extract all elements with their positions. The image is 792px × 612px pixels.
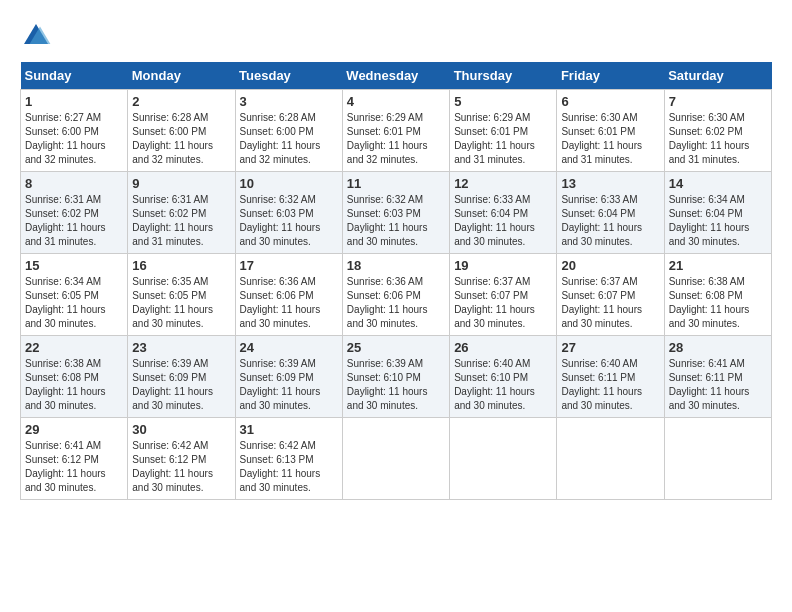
week-row-5: 29 Sunrise: 6:41 AMSunset: 6:12 PMDaylig… — [21, 418, 772, 500]
day-number: 5 — [454, 94, 552, 109]
day-info: Sunrise: 6:39 AMSunset: 6:10 PMDaylight:… — [347, 357, 445, 413]
day-info: Sunrise: 6:37 AMSunset: 6:07 PMDaylight:… — [454, 275, 552, 331]
calendar-cell: 9 Sunrise: 6:31 AMSunset: 6:02 PMDayligh… — [128, 172, 235, 254]
day-info: Sunrise: 6:41 AMSunset: 6:12 PMDaylight:… — [25, 439, 123, 495]
calendar-cell: 14 Sunrise: 6:34 AMSunset: 6:04 PMDaylig… — [664, 172, 771, 254]
day-number: 26 — [454, 340, 552, 355]
day-number: 9 — [132, 176, 230, 191]
day-number: 7 — [669, 94, 767, 109]
day-number: 13 — [561, 176, 659, 191]
day-number: 27 — [561, 340, 659, 355]
day-info: Sunrise: 6:38 AMSunset: 6:08 PMDaylight:… — [669, 275, 767, 331]
calendar-cell: 4 Sunrise: 6:29 AMSunset: 6:01 PMDayligh… — [342, 90, 449, 172]
day-number: 6 — [561, 94, 659, 109]
day-info: Sunrise: 6:38 AMSunset: 6:08 PMDaylight:… — [25, 357, 123, 413]
calendar-cell: 24 Sunrise: 6:39 AMSunset: 6:09 PMDaylig… — [235, 336, 342, 418]
day-number: 2 — [132, 94, 230, 109]
day-number: 17 — [240, 258, 338, 273]
calendar-cell: 11 Sunrise: 6:32 AMSunset: 6:03 PMDaylig… — [342, 172, 449, 254]
weekday-header-monday: Monday — [128, 62, 235, 90]
calendar-cell: 25 Sunrise: 6:39 AMSunset: 6:10 PMDaylig… — [342, 336, 449, 418]
day-info: Sunrise: 6:32 AMSunset: 6:03 PMDaylight:… — [347, 193, 445, 249]
calendar-cell: 20 Sunrise: 6:37 AMSunset: 6:07 PMDaylig… — [557, 254, 664, 336]
calendar-cell: 30 Sunrise: 6:42 AMSunset: 6:12 PMDaylig… — [128, 418, 235, 500]
day-info: Sunrise: 6:37 AMSunset: 6:07 PMDaylight:… — [561, 275, 659, 331]
calendar-cell: 5 Sunrise: 6:29 AMSunset: 6:01 PMDayligh… — [450, 90, 557, 172]
calendar-cell — [664, 418, 771, 500]
calendar-cell: 12 Sunrise: 6:33 AMSunset: 6:04 PMDaylig… — [450, 172, 557, 254]
calendar-cell: 16 Sunrise: 6:35 AMSunset: 6:05 PMDaylig… — [128, 254, 235, 336]
day-info: Sunrise: 6:31 AMSunset: 6:02 PMDaylight:… — [132, 193, 230, 249]
day-number: 30 — [132, 422, 230, 437]
week-row-4: 22 Sunrise: 6:38 AMSunset: 6:08 PMDaylig… — [21, 336, 772, 418]
logo — [20, 20, 56, 52]
day-number: 31 — [240, 422, 338, 437]
weekday-header-friday: Friday — [557, 62, 664, 90]
day-info: Sunrise: 6:40 AMSunset: 6:11 PMDaylight:… — [561, 357, 659, 413]
day-info: Sunrise: 6:27 AMSunset: 6:00 PMDaylight:… — [25, 111, 123, 167]
day-info: Sunrise: 6:33 AMSunset: 6:04 PMDaylight:… — [561, 193, 659, 249]
calendar-cell: 27 Sunrise: 6:40 AMSunset: 6:11 PMDaylig… — [557, 336, 664, 418]
day-number: 25 — [347, 340, 445, 355]
day-info: Sunrise: 6:34 AMSunset: 6:04 PMDaylight:… — [669, 193, 767, 249]
calendar-cell: 23 Sunrise: 6:39 AMSunset: 6:09 PMDaylig… — [128, 336, 235, 418]
day-info: Sunrise: 6:32 AMSunset: 6:03 PMDaylight:… — [240, 193, 338, 249]
calendar-cell: 3 Sunrise: 6:28 AMSunset: 6:00 PMDayligh… — [235, 90, 342, 172]
calendar-cell: 22 Sunrise: 6:38 AMSunset: 6:08 PMDaylig… — [21, 336, 128, 418]
day-number: 29 — [25, 422, 123, 437]
day-info: Sunrise: 6:41 AMSunset: 6:11 PMDaylight:… — [669, 357, 767, 413]
day-info: Sunrise: 6:34 AMSunset: 6:05 PMDaylight:… — [25, 275, 123, 331]
calendar-cell — [557, 418, 664, 500]
page-header — [20, 20, 772, 52]
day-info: Sunrise: 6:28 AMSunset: 6:00 PMDaylight:… — [240, 111, 338, 167]
day-info: Sunrise: 6:42 AMSunset: 6:12 PMDaylight:… — [132, 439, 230, 495]
day-info: Sunrise: 6:28 AMSunset: 6:00 PMDaylight:… — [132, 111, 230, 167]
day-number: 8 — [25, 176, 123, 191]
day-number: 15 — [25, 258, 123, 273]
calendar-cell: 19 Sunrise: 6:37 AMSunset: 6:07 PMDaylig… — [450, 254, 557, 336]
calendar-cell — [342, 418, 449, 500]
day-info: Sunrise: 6:31 AMSunset: 6:02 PMDaylight:… — [25, 193, 123, 249]
calendar-cell: 8 Sunrise: 6:31 AMSunset: 6:02 PMDayligh… — [21, 172, 128, 254]
day-number: 18 — [347, 258, 445, 273]
day-number: 11 — [347, 176, 445, 191]
day-info: Sunrise: 6:30 AMSunset: 6:01 PMDaylight:… — [561, 111, 659, 167]
calendar-cell: 15 Sunrise: 6:34 AMSunset: 6:05 PMDaylig… — [21, 254, 128, 336]
weekday-header-row: SundayMondayTuesdayWednesdayThursdayFrid… — [21, 62, 772, 90]
calendar-cell: 2 Sunrise: 6:28 AMSunset: 6:00 PMDayligh… — [128, 90, 235, 172]
day-info: Sunrise: 6:30 AMSunset: 6:02 PMDaylight:… — [669, 111, 767, 167]
day-number: 16 — [132, 258, 230, 273]
day-number: 21 — [669, 258, 767, 273]
calendar-cell — [450, 418, 557, 500]
day-info: Sunrise: 6:39 AMSunset: 6:09 PMDaylight:… — [240, 357, 338, 413]
day-info: Sunrise: 6:42 AMSunset: 6:13 PMDaylight:… — [240, 439, 338, 495]
weekday-header-saturday: Saturday — [664, 62, 771, 90]
day-info: Sunrise: 6:29 AMSunset: 6:01 PMDaylight:… — [454, 111, 552, 167]
day-info: Sunrise: 6:36 AMSunset: 6:06 PMDaylight:… — [347, 275, 445, 331]
calendar-table: SundayMondayTuesdayWednesdayThursdayFrid… — [20, 62, 772, 500]
day-number: 4 — [347, 94, 445, 109]
day-number: 14 — [669, 176, 767, 191]
day-number: 28 — [669, 340, 767, 355]
calendar-cell: 18 Sunrise: 6:36 AMSunset: 6:06 PMDaylig… — [342, 254, 449, 336]
calendar-cell: 10 Sunrise: 6:32 AMSunset: 6:03 PMDaylig… — [235, 172, 342, 254]
day-number: 23 — [132, 340, 230, 355]
week-row-2: 8 Sunrise: 6:31 AMSunset: 6:02 PMDayligh… — [21, 172, 772, 254]
day-number: 12 — [454, 176, 552, 191]
calendar-cell: 21 Sunrise: 6:38 AMSunset: 6:08 PMDaylig… — [664, 254, 771, 336]
day-number: 22 — [25, 340, 123, 355]
day-info: Sunrise: 6:35 AMSunset: 6:05 PMDaylight:… — [132, 275, 230, 331]
week-row-3: 15 Sunrise: 6:34 AMSunset: 6:05 PMDaylig… — [21, 254, 772, 336]
calendar-cell: 29 Sunrise: 6:41 AMSunset: 6:12 PMDaylig… — [21, 418, 128, 500]
day-info: Sunrise: 6:33 AMSunset: 6:04 PMDaylight:… — [454, 193, 552, 249]
weekday-header-wednesday: Wednesday — [342, 62, 449, 90]
weekday-header-tuesday: Tuesday — [235, 62, 342, 90]
weekday-header-sunday: Sunday — [21, 62, 128, 90]
day-number: 24 — [240, 340, 338, 355]
day-number: 3 — [240, 94, 338, 109]
calendar-cell: 26 Sunrise: 6:40 AMSunset: 6:10 PMDaylig… — [450, 336, 557, 418]
day-number: 1 — [25, 94, 123, 109]
day-number: 20 — [561, 258, 659, 273]
calendar-cell: 17 Sunrise: 6:36 AMSunset: 6:06 PMDaylig… — [235, 254, 342, 336]
day-info: Sunrise: 6:40 AMSunset: 6:10 PMDaylight:… — [454, 357, 552, 413]
